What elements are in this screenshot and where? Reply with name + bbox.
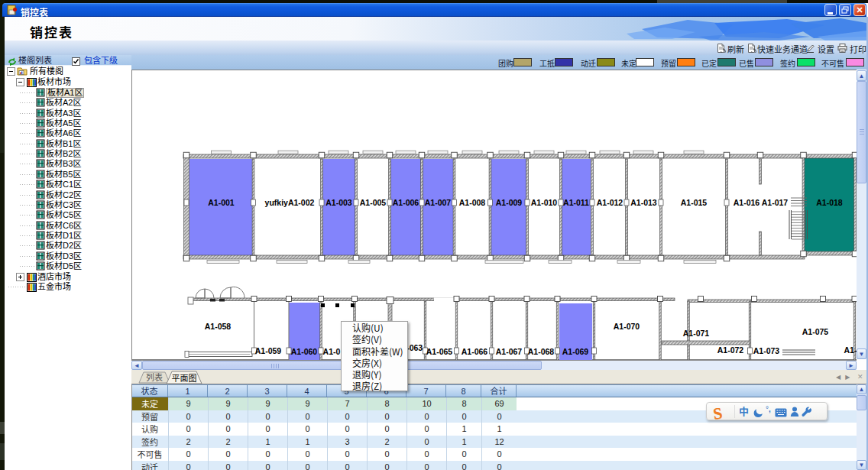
- svg-text:A1-059: A1-059: [255, 346, 282, 355]
- svg-text:A1-006: A1-006: [393, 198, 419, 207]
- svg-text:A1-068: A1-068: [528, 347, 555, 356]
- svg-text:A1-017: A1-017: [762, 198, 789, 207]
- svg-text:A1-018: A1-018: [816, 198, 843, 207]
- svg-text:平面图: 平面图: [172, 371, 197, 384]
- svg-text:A1-005: A1-005: [360, 198, 387, 207]
- svg-text:A1-075: A1-075: [802, 327, 829, 336]
- svg-text:A1-065: A1-065: [426, 347, 453, 356]
- svg-text:A1-071: A1-071: [683, 329, 710, 338]
- svg-text:A1-003: A1-003: [326, 198, 352, 207]
- svg-text:A1-058: A1-058: [205, 322, 232, 331]
- svg-text:A1-073: A1-073: [753, 346, 780, 355]
- svg-text:A1-069: A1-069: [562, 347, 589, 356]
- svg-text:列表: 列表: [146, 371, 163, 383]
- svg-text:A1-009: A1-009: [496, 198, 523, 207]
- svg-text:A1-070: A1-070: [614, 322, 640, 331]
- svg-text:A1-007: A1-007: [425, 198, 452, 207]
- svg-text:A1-012: A1-012: [597, 198, 623, 207]
- svg-text:A1-010: A1-010: [531, 198, 558, 207]
- svg-text:A1-067: A1-067: [496, 347, 523, 356]
- svg-text:A1-072: A1-072: [717, 345, 744, 355]
- svg-text:A1-060: A1-060: [291, 347, 318, 356]
- svg-text:A1-008: A1-008: [459, 198, 486, 207]
- svg-text:A1-066: A1-066: [462, 347, 488, 356]
- svg-text:A1-: A1-: [844, 345, 857, 355]
- svg-text:A1-0: A1-0: [323, 347, 341, 356]
- svg-text:A1-001: A1-001: [208, 198, 235, 207]
- svg-text:yufkiyA1-002: yufkiyA1-002: [265, 198, 315, 207]
- svg-text:A1-016: A1-016: [734, 198, 760, 207]
- svg-text:A1-013: A1-013: [630, 198, 657, 207]
- svg-text:A1-011: A1-011: [563, 198, 589, 207]
- svg-text:A1-015: A1-015: [681, 198, 708, 207]
